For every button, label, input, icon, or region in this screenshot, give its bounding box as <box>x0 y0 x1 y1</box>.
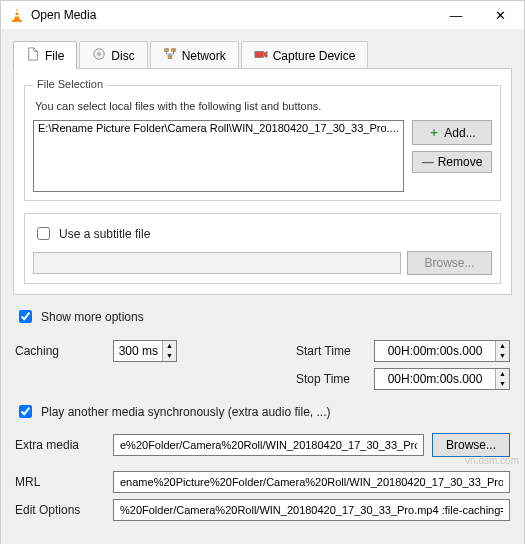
caching-up[interactable]: ▲ <box>162 341 176 351</box>
subtitle-label: Use a subtitle file <box>59 227 150 241</box>
tab-capture[interactable]: Capture Device <box>241 41 369 69</box>
file-selection-group: File Selection You can select local file… <box>24 85 501 201</box>
window-title: Open Media <box>31 8 434 22</box>
tab-file-label: File <box>45 49 64 63</box>
tab-network-label: Network <box>182 49 226 63</box>
subtitle-group: Use a subtitle file Browse... <box>24 213 501 284</box>
remove-button[interactable]: — Remove <box>412 151 492 173</box>
titlebar: Open Media — ✕ <box>1 1 524 29</box>
start-time-up[interactable]: ▲ <box>495 341 509 351</box>
svg-marker-0 <box>14 8 20 20</box>
stop-time-label: Stop Time <box>296 372 366 386</box>
content-area: File Disc Network Capture Device File Se <box>1 29 524 544</box>
watermark: vn.dsm.com <box>465 455 519 466</box>
remove-button-label: Remove <box>438 155 483 169</box>
subtitle-checkbox-row[interactable]: Use a subtitle file <box>33 224 492 249</box>
svg-point-5 <box>98 53 101 56</box>
svg-rect-1 <box>12 20 22 22</box>
disc-icon <box>92 47 106 64</box>
tab-panel-file: File Selection You can select local file… <box>13 68 512 295</box>
caching-label: Caching <box>15 344 105 358</box>
tab-capture-label: Capture Device <box>273 49 356 63</box>
stop-time-up[interactable]: ▲ <box>495 369 509 379</box>
subtitle-path-input <box>33 252 401 274</box>
file-list[interactable]: E:\Rename Picture Folder\Camera Roll\WIN… <box>33 120 404 192</box>
extra-media-browse-label: Browse... <box>446 438 496 452</box>
play-another-checkbox[interactable] <box>19 405 32 418</box>
extra-media-browse-button[interactable]: Browse... <box>432 433 510 457</box>
stop-time-input[interactable] <box>375 369 495 389</box>
svg-rect-8 <box>168 56 172 59</box>
add-button[interactable]: ＋ Add... <box>412 120 492 145</box>
start-time-down[interactable]: ▼ <box>495 351 509 361</box>
extra-media-input[interactable] <box>113 434 424 456</box>
plus-icon: ＋ <box>428 124 440 141</box>
network-icon <box>163 47 177 64</box>
button-bar: Play ▼ Cancel <box>1 535 524 544</box>
svg-rect-7 <box>171 49 175 52</box>
start-time-label: Start Time <box>296 344 366 358</box>
tab-file[interactable]: File <box>13 41 77 69</box>
minus-icon: — <box>422 155 434 169</box>
edit-options-input[interactable] <box>113 499 510 521</box>
minimize-button[interactable]: — <box>434 1 478 29</box>
file-icon <box>26 47 40 64</box>
file-list-item[interactable]: E:\Rename Picture Folder\Camera Roll\WIN… <box>34 121 403 135</box>
play-another-label: Play another media synchronously (extra … <box>41 405 330 419</box>
add-button-label: Add... <box>444 126 475 140</box>
svg-rect-3 <box>15 15 20 17</box>
svg-rect-9 <box>255 51 264 57</box>
caching-spinner[interactable]: ▲▼ <box>113 340 177 362</box>
mrl-label: MRL <box>15 475 105 489</box>
capture-icon <box>254 47 268 64</box>
show-more-row[interactable]: Show more options <box>1 295 524 330</box>
caching-down[interactable]: ▼ <box>162 351 176 361</box>
file-selection-legend: File Selection <box>33 78 107 90</box>
play-another-row[interactable]: Play another media synchronously (extra … <box>15 396 510 427</box>
stop-time-spinner[interactable]: ▲▼ <box>374 368 510 390</box>
show-more-checkbox[interactable] <box>19 310 32 323</box>
mrl-input[interactable] <box>113 471 510 493</box>
options-area: Caching ▲▼ Start Time ▲▼ Stop Time <box>1 330 524 535</box>
vlc-cone-icon <box>9 7 25 23</box>
start-time-input[interactable] <box>375 341 495 361</box>
subtitle-checkbox[interactable] <box>37 227 50 240</box>
tab-disc-label: Disc <box>111 49 134 63</box>
close-button[interactable]: ✕ <box>478 1 522 29</box>
edit-options-label: Edit Options <box>15 503 105 517</box>
subtitle-browse-label: Browse... <box>424 256 474 270</box>
extra-media-label: Extra media <box>15 438 105 452</box>
stop-time-down[interactable]: ▼ <box>495 379 509 389</box>
svg-rect-6 <box>164 49 168 52</box>
tab-disc[interactable]: Disc <box>79 41 147 69</box>
show-more-label: Show more options <box>41 310 144 324</box>
open-media-window: Open Media — ✕ File Disc Network <box>0 0 525 544</box>
start-time-spinner[interactable]: ▲▼ <box>374 340 510 362</box>
caching-input[interactable] <box>114 341 162 361</box>
tab-network[interactable]: Network <box>150 41 239 69</box>
file-selection-hint: You can select local files with the foll… <box>35 100 492 112</box>
tab-bar: File Disc Network Capture Device <box>13 41 512 69</box>
svg-rect-2 <box>15 11 18 13</box>
subtitle-browse-button: Browse... <box>407 251 492 275</box>
